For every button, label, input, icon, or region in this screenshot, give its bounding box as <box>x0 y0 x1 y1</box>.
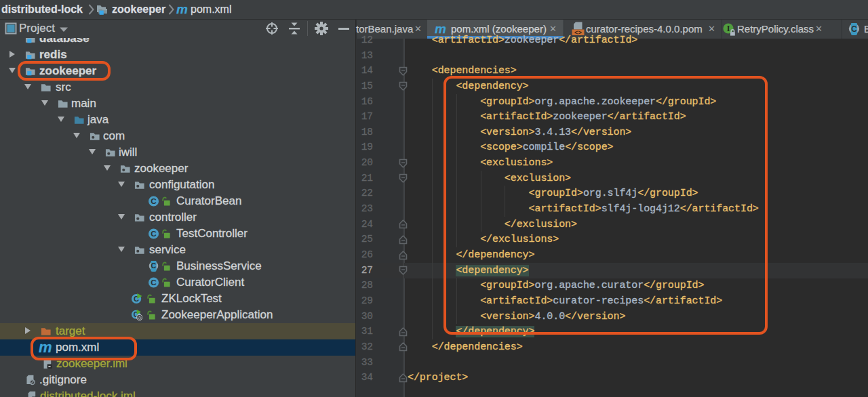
svg-text:C: C <box>151 262 157 270</box>
svg-text:C: C <box>151 229 157 238</box>
svg-text:C: C <box>151 278 157 287</box>
svg-text:C: C <box>151 196 157 205</box>
